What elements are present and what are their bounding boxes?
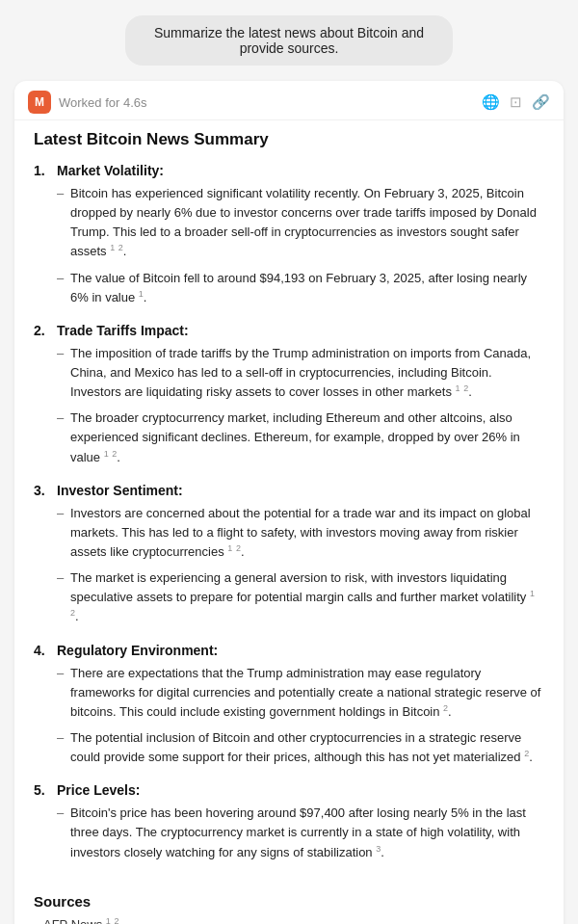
- section-item: 1.Market Volatility:Bitcoin has experien…: [34, 163, 544, 307]
- user-message-bubble: Summarize the latest news about Bitcoin …: [125, 15, 453, 66]
- bullet-list: Bitcoin has experienced significant vola…: [57, 184, 544, 307]
- link-icon[interactable]: 🔗: [532, 93, 550, 111]
- bullet-item: The broader cryptocurrency market, inclu…: [57, 409, 544, 466]
- sources-section: Sources AFP News 1 2.FXStreet 3.: [14, 887, 564, 924]
- section-title: Regulatory Environment:: [57, 643, 218, 658]
- sources-title: Sources: [34, 893, 544, 910]
- section-item: 5.Price Levels:Bitcoin's price has been …: [34, 782, 544, 861]
- worked-text: Worked for 4.6s: [59, 95, 147, 110]
- section-header: 4.Regulatory Environment:: [34, 643, 544, 658]
- section-title: Price Levels:: [57, 782, 140, 798]
- section-item: 4.Regulatory Environment:There are expec…: [34, 643, 544, 768]
- worked-bar: M Worked for 4.6s 🌐 ⊡ 🔗: [14, 81, 564, 120]
- section-number: 5.: [34, 782, 51, 798]
- worked-left: M Worked for 4.6s: [28, 91, 147, 114]
- copy-icon[interactable]: ⊡: [510, 93, 522, 111]
- bullet-item: The imposition of trade tariffs by the T…: [57, 344, 544, 402]
- section-number: 2.: [34, 323, 51, 338]
- bullet-item: There are expectations that the Trump ad…: [57, 664, 544, 722]
- section-header: 2.Trade Tariffs Impact:: [34, 323, 544, 338]
- bullet-item: The potential inclusion of Bitcoin and o…: [57, 728, 544, 767]
- section-header: 5.Price Levels:: [34, 782, 544, 798]
- section-number: 4.: [34, 643, 51, 658]
- sources-list: AFP News 1 2.FXStreet 3.: [34, 917, 544, 924]
- main-title: Latest Bitcoin News Summary: [34, 130, 544, 149]
- response-card: M Worked for 4.6s 🌐 ⊡ 🔗 Latest Bitcoin N…: [14, 81, 564, 924]
- logo-icon: M: [28, 91, 51, 114]
- bullet-list: Bitcoin's price has been hovering around…: [57, 804, 544, 861]
- toolbar-icons: 🌐 ⊡ 🔗: [482, 93, 550, 111]
- bullet-item: Investors are concerned about the potent…: [57, 504, 544, 562]
- bullet-list: There are expectations that the Trump ad…: [57, 664, 544, 768]
- bullet-list: The imposition of trade tariffs by the T…: [57, 344, 544, 467]
- globe-icon[interactable]: 🌐: [482, 93, 500, 111]
- bullet-item: The value of Bitcoin fell to around $94,…: [57, 269, 544, 307]
- section-list: 1.Market Volatility:Bitcoin has experien…: [34, 163, 544, 862]
- section-title: Market Volatility:: [57, 163, 164, 178]
- section-number: 1.: [34, 163, 51, 178]
- section-number: 3.: [34, 483, 51, 498]
- section-title: Trade Tariffs Impact:: [57, 323, 189, 338]
- source-item: AFP News 1 2.: [43, 917, 544, 924]
- section-header: 3.Investor Sentiment:: [34, 483, 544, 498]
- bullet-list: Investors are concerned about the potent…: [57, 504, 544, 627]
- bullet-item: The market is experiencing a general ave…: [57, 568, 544, 626]
- section-item: 2.Trade Tariffs Impact:The imposition of…: [34, 323, 544, 467]
- section-item: 3.Investor Sentiment:Investors are conce…: [34, 483, 544, 627]
- section-header: 1.Market Volatility:: [34, 163, 544, 178]
- section-title: Investor Sentiment:: [57, 483, 183, 498]
- bullet-item: Bitcoin has experienced significant vola…: [57, 184, 544, 262]
- response-content: Latest Bitcoin News Summary 1.Market Vol…: [14, 120, 564, 887]
- bullet-item: Bitcoin's price has been hovering around…: [57, 804, 544, 861]
